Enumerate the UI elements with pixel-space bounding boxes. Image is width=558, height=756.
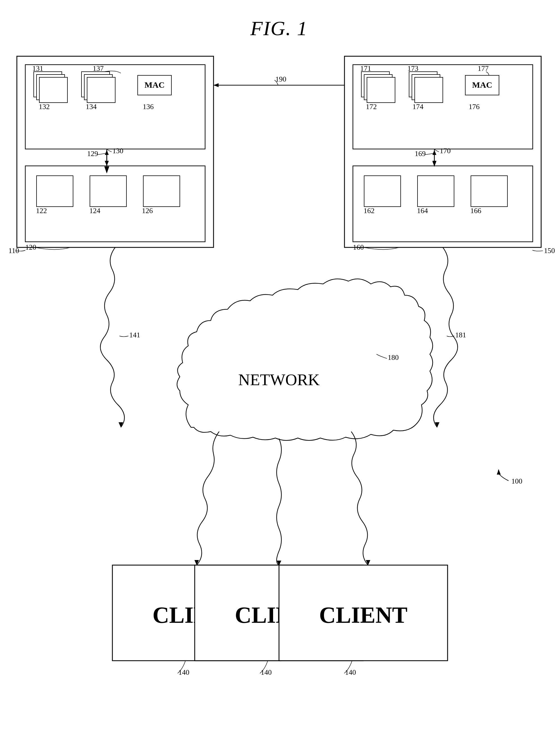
svg-text:CLIENT: CLIENT — [319, 602, 407, 628]
svg-marker-76 — [105, 150, 109, 155]
svg-text:130: 130 — [112, 147, 123, 155]
svg-text:120: 120 — [25, 243, 36, 251]
svg-rect-14 — [90, 176, 126, 206]
svg-marker-79 — [432, 150, 436, 155]
svg-text:141: 141 — [129, 331, 140, 339]
svg-text:162: 162 — [363, 206, 375, 215]
svg-rect-32 — [415, 77, 443, 103]
svg-rect-29 — [367, 77, 395, 103]
svg-text:110: 110 — [8, 247, 19, 255]
svg-text:136: 136 — [143, 103, 154, 111]
right-lower-subbox — [353, 166, 533, 242]
svg-rect-13 — [36, 176, 73, 206]
svg-marker-78 — [432, 161, 436, 166]
svg-text:177: 177 — [478, 65, 489, 73]
svg-text:150: 150 — [544, 247, 555, 255]
left-lower-subbox — [25, 166, 205, 242]
svg-marker-72 — [497, 469, 501, 474]
svg-rect-3 — [81, 72, 109, 97]
svg-marker-58 — [435, 422, 439, 427]
svg-rect-43 — [471, 176, 507, 206]
svg-text:172: 172 — [366, 103, 377, 111]
svg-marker-56 — [119, 422, 123, 427]
svg-rect-2 — [39, 77, 68, 103]
left-upper-subbox — [25, 65, 205, 149]
svg-rect-0 — [34, 72, 62, 97]
svg-text:140: 140 — [345, 668, 356, 677]
svg-text:137: 137 — [93, 65, 104, 73]
svg-rect-6 — [138, 75, 171, 95]
svg-text:131: 131 — [32, 65, 43, 73]
server-left-box — [17, 56, 213, 247]
svg-marker-50 — [432, 162, 436, 166]
svg-marker-75 — [105, 161, 109, 166]
client-right-box — [279, 565, 448, 661]
svg-text:140: 140 — [261, 668, 272, 677]
svg-text:160: 160 — [353, 243, 364, 251]
svg-text:180: 180 — [388, 353, 399, 362]
svg-text:176: 176 — [468, 103, 480, 111]
svg-rect-15 — [143, 176, 180, 206]
right-upper-subbox — [353, 65, 533, 149]
svg-rect-31 — [412, 74, 440, 100]
svg-text:170: 170 — [440, 147, 451, 155]
svg-text:140: 140 — [178, 668, 189, 677]
svg-rect-41 — [364, 176, 401, 206]
svg-text:126: 126 — [142, 206, 153, 215]
client-left-box — [112, 565, 281, 661]
svg-marker-62 — [195, 560, 199, 565]
svg-rect-30 — [409, 72, 437, 97]
svg-rect-4 — [84, 74, 112, 100]
svg-text:MAC: MAC — [145, 80, 164, 90]
svg-text:134: 134 — [86, 103, 97, 111]
svg-marker-22 — [105, 161, 109, 166]
svg-text:NETWORK: NETWORK — [238, 370, 320, 389]
svg-text:164: 164 — [417, 206, 428, 215]
svg-rect-28 — [364, 74, 392, 100]
svg-rect-27 — [361, 72, 389, 97]
svg-marker-63 — [277, 561, 281, 566]
svg-text:124: 124 — [90, 206, 100, 215]
svg-text:190: 190 — [275, 75, 286, 83]
svg-rect-33 — [465, 75, 499, 95]
svg-text:122: 122 — [36, 206, 47, 215]
svg-text:166: 166 — [470, 206, 481, 215]
svg-text:100: 100 — [511, 477, 522, 485]
svg-rect-1 — [36, 74, 65, 100]
svg-text:173: 173 — [407, 65, 418, 73]
svg-marker-54 — [213, 83, 219, 87]
svg-rect-5 — [87, 77, 115, 103]
svg-rect-42 — [417, 176, 454, 206]
svg-text:CLIENT: CLIENT — [153, 602, 241, 628]
svg-text:181: 181 — [455, 331, 466, 339]
page-title: FIG. 1 — [0, 17, 558, 40]
svg-text:132: 132 — [39, 103, 50, 111]
server-right-box — [345, 56, 541, 247]
svg-text:CLIENT: CLIENT — [235, 602, 323, 628]
svg-text:169: 169 — [415, 150, 426, 158]
svg-text:174: 174 — [412, 103, 424, 111]
svg-text:MAC: MAC — [472, 80, 492, 90]
svg-marker-64 — [366, 560, 370, 565]
client-middle-box — [195, 565, 363, 661]
svg-text:171: 171 — [360, 65, 371, 73]
svg-text:129: 129 — [87, 150, 98, 158]
